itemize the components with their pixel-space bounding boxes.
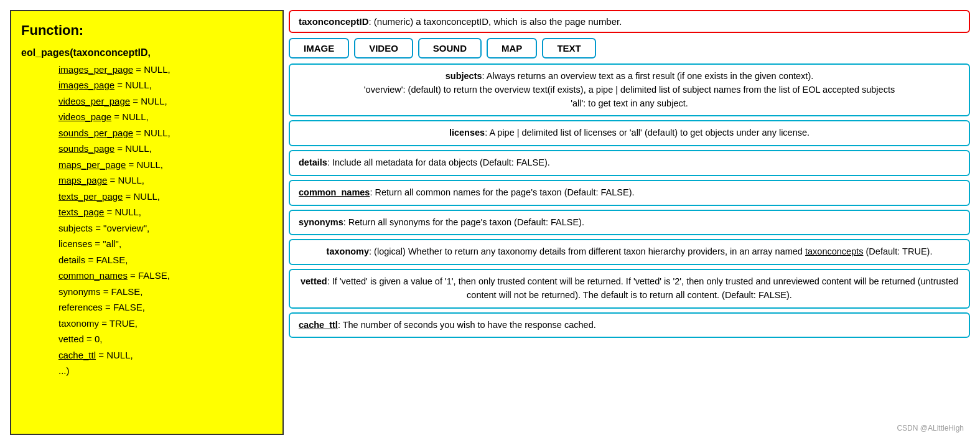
param-texts-per-page: texts_per_page = NULL, — [58, 189, 273, 205]
param-maps-per-page: maps_per_page = NULL, — [58, 157, 273, 173]
param-videos-per-page: videos_per_page = NULL, — [58, 93, 273, 110]
synonyms-box: synonyms: Return all synonyms for the pa… — [289, 210, 970, 236]
fn-name: eol_pages(taxonconceptID, — [21, 47, 151, 58]
param-references: references = FALSE, — [58, 299, 273, 316]
fn-params: images_per_page = NULL, images_page = NU… — [58, 62, 273, 379]
licenses-box: licenses: A pipe | delimited list of lic… — [289, 120, 970, 146]
details-box: details: Include all metadata for data o… — [289, 150, 970, 176]
taxonconcept-id-text: taxonconceptID: (numeric) a taxonconcept… — [299, 16, 622, 27]
param-sounds-per-page: sounds_per_page = NULL, — [58, 125, 273, 141]
param-images-page: images_page = NULL, — [58, 77, 273, 93]
taxonconcept-id-box: taxonconceptID: (numeric) a taxonconcept… — [289, 10, 970, 33]
param-videos-page: videos_page = NULL, — [58, 109, 273, 125]
sound-button[interactable]: SOUND — [418, 38, 482, 58]
param-details: details = FALSE, — [58, 252, 273, 268]
param-images-per-page: images_per_page = NULL, — [58, 62, 273, 78]
param-sounds-page: sounds_page = NULL, — [58, 141, 273, 157]
param-licenses: licenses = "all", — [58, 236, 273, 252]
right-panel: taxonconceptID: (numeric) a taxonconcept… — [289, 10, 970, 435]
common-names-box: common_names: Return all common names fo… — [289, 180, 970, 206]
param-maps-page: maps_page = NULL, — [58, 172, 273, 189]
param-taxonomy: taxonomy = TRUE, — [58, 316, 273, 332]
image-button[interactable]: IMAGE — [289, 38, 349, 58]
video-button[interactable]: VIDEO — [354, 38, 413, 58]
watermark: CSDN @ALittleHigh — [897, 424, 964, 433]
cache-ttl-box: cache_ttl: The number of seconds you wis… — [289, 312, 970, 339]
left-panel: Function: eol_pages(taxonconceptID, imag… — [10, 10, 284, 435]
param-subjects: subjects = "overview", — [58, 220, 273, 236]
param-texts-page: texts_page = NULL, — [58, 204, 273, 220]
param-cache-ttl: cache_ttl = NULL, — [58, 347, 273, 363]
fn-signature: eol_pages(taxonconceptID, — [21, 44, 273, 61]
map-button[interactable]: MAP — [487, 38, 537, 58]
param-vetted: vetted = 0, — [58, 331, 273, 347]
media-buttons-row: IMAGE VIDEO SOUND MAP TEXT — [289, 38, 970, 58]
param-synonyms: synonyms = FALSE, — [58, 284, 273, 300]
param-ellipsis: ...) — [58, 363, 273, 379]
param-common-names: common_names = FALSE, — [58, 268, 273, 284]
taxonomy-box: taxonomy: (logical) Whether to return an… — [289, 239, 970, 265]
text-button[interactable]: TEXT — [542, 38, 595, 58]
vetted-box: vetted: If 'vetted' is given a value of … — [289, 269, 970, 309]
subjects-box: subjects: Always returns an overview tex… — [289, 63, 970, 116]
function-title: Function: — [21, 19, 273, 42]
